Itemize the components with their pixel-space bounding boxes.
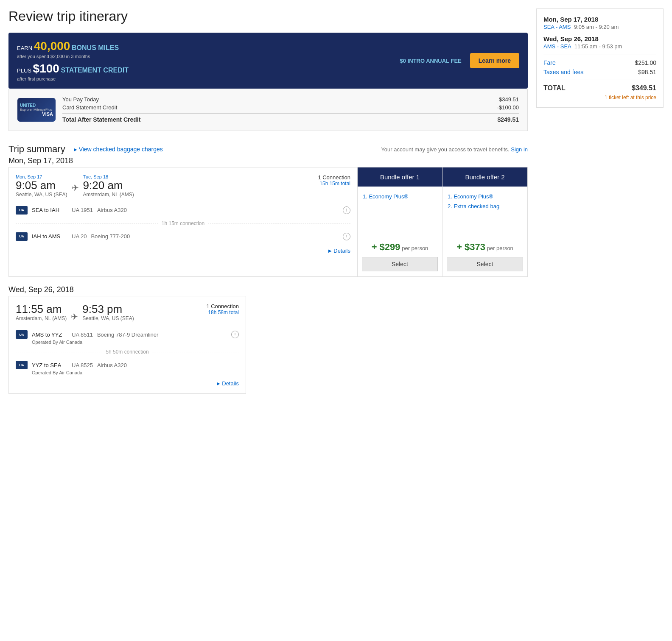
day2-leg2-flight: UA 8525 <box>72 362 93 368</box>
day2-duration: 18h 58m total <box>206 309 239 315</box>
leg2-flight: UA 20 <box>72 233 87 240</box>
sidebar-flight2-date: Wed, Sep 26, 2018 <box>543 35 656 42</box>
connection1-time: 1h 15m connection <box>162 220 204 226</box>
leg2-aircraft: Boeing 777-200 <box>91 233 339 240</box>
price-summary-box: Mon, Sep 17, 2018 SEA - AMS 9:05 am - 9:… <box>536 8 664 108</box>
sidebar-flight2-times: 11:55 am - 9:53 pm <box>574 43 622 50</box>
taxes-row: Taxes and fees $98.51 <box>543 69 656 75</box>
bundle1-features: 1. Economy Plus® <box>358 187 442 237</box>
total-amount: $349.51 <box>632 84 656 92</box>
leg2-icon: UA <box>16 232 28 241</box>
sidebar-flight1-date: Mon, Sep 17, 2018 <box>543 16 656 23</box>
sidebar-flight1: Mon, Sep 17, 2018 SEA - AMS 9:05 am - 9:… <box>543 16 656 30</box>
day2-leg1-aircraft: Boeing 787-9 Dreamliner <box>97 332 227 338</box>
bundle2-select-button[interactable]: Select <box>447 257 523 271</box>
bundle1-price-amount: + $299 <box>372 242 400 252</box>
annual-fee: $0 INTRO ANNUAL FEE <box>400 58 462 64</box>
price-divider2 <box>543 80 656 80</box>
day2-flight-times: 11:55 am Amsterdam, NL (AMS) ✈ 9:53 pm S… <box>16 303 239 322</box>
taxes-label: Taxes and fees <box>543 69 583 75</box>
bundle2-price: + $373 per person <box>442 237 527 257</box>
day2-connection-divider: 5h 50m connection <box>16 346 239 357</box>
miles-sub: after you spend $2,000 in 3 months <box>17 54 90 59</box>
leg1-aircraft: Airbus A320 <box>97 207 339 213</box>
sidebar-flight1-route: SEA - AMS 9:05 am - 9:20 am <box>543 24 656 30</box>
arrive-time: 9:20 am <box>83 179 134 192</box>
sidebar-flight2-route: AMS - SEA 11:55 am - 9:53 pm <box>543 43 656 50</box>
leg1-icon: UA <box>16 206 28 215</box>
bundle2-feature2: 2. Extra checked bag <box>448 203 522 209</box>
total-after-credit-row: Total After Statement Credit $249.51 <box>62 113 519 124</box>
arrive-location: Amsterdam, NL (AMS) <box>83 192 134 198</box>
bundle1-feature1: 1. Economy Plus® <box>363 193 437 200</box>
bundle2-header: Bundle offer 2 <box>442 167 527 187</box>
connection1-divider: 1h 15m connection <box>16 218 350 229</box>
miles-number: 40,000 <box>34 39 70 53</box>
day2-arrive-location: Seattle, WA, US (SEA) <box>82 315 134 321</box>
day2-details-link[interactable]: Details <box>16 380 239 387</box>
day2-arrive-block: 9:53 pm Seattle, WA, US (SEA) <box>82 303 134 321</box>
card-brand: UNITED <box>20 103 53 108</box>
total-after-credit-label: Total After Statement Credit <box>62 116 140 123</box>
you-pay-row: You Pay Today $349.51 <box>62 95 519 103</box>
leg1-route: SEA to IAH <box>32 207 66 213</box>
arrive-block: Tue, Sep 18 9:20 am Amsterdam, NL (AMS) <box>83 174 134 198</box>
bundle2-price-amount: + $373 <box>456 242 485 252</box>
day2-leg1-operated: Operated By Air Canada <box>32 340 239 346</box>
card-visa: VISA <box>20 111 53 117</box>
bonus-label: BONUS MILES <box>72 44 119 51</box>
leg2-info-icon[interactable]: ! <box>343 233 350 240</box>
day2-leg1-icon: UA <box>16 330 28 339</box>
leg2-route: IAH to AMS <box>32 233 66 240</box>
day2-depart-block: 11:55 am Amsterdam, NL (AMS) <box>16 303 67 321</box>
fare-label: Fare <box>543 59 556 66</box>
credit-sub: after first purchase <box>17 76 56 81</box>
sidebar-flight2: Wed, Sep 26, 2018 AMS - SEA 11:55 am - 9… <box>543 35 656 50</box>
total-row: TOTAL $349.51 <box>543 84 656 92</box>
taxes-amount: $98.51 <box>638 69 656 75</box>
leg1-row: UA SEA to IAH UA 1951 Airbus A320 ! <box>16 203 350 218</box>
you-pay-amount: $349.51 <box>499 96 519 103</box>
depart-location: Seattle, WA, US (SEA) <box>16 192 67 198</box>
bundle2-features: 1. Economy Plus® 2. Extra checked bag <box>442 187 527 237</box>
day1-details-link[interactable]: Details <box>16 248 350 254</box>
day2-header: Wed, Sep 26, 2018 <box>8 285 74 294</box>
bundle1-per-person: per person <box>402 245 428 251</box>
day2-leg1-info-icon[interactable]: ! <box>231 331 239 338</box>
promo-banner: EARN 40,000 BONUS MILES after you spend … <box>8 33 528 89</box>
bundle1-select-button[interactable]: Select <box>362 257 438 271</box>
total-label: TOTAL <box>543 84 566 92</box>
statement-credit-row: Card Statement Credit -$100.00 <box>62 103 519 111</box>
day2-depart-location: Amsterdam, NL (AMS) <box>16 315 67 321</box>
day1-flight-section: Mon, Sep 17 9:05 am Seattle, WA, US (SEA… <box>8 167 528 277</box>
trip-summary-header: Trip summary View checked baggage charge… <box>8 139 528 155</box>
account-benefits: Your account may give you access to trav… <box>381 146 528 153</box>
day2-leg2-operated: Operated By Air Canada <box>32 370 239 377</box>
flight-meta: 1 Connection 15h 15m total <box>318 174 350 187</box>
day2-connections: 1 Connection <box>206 303 239 309</box>
bundle2-per-person: per person <box>487 245 513 251</box>
day2-flight-section: 11:55 am Amsterdam, NL (AMS) ✈ 9:53 pm S… <box>8 296 246 394</box>
day2-flight-info: 11:55 am Amsterdam, NL (AMS) ✈ 9:53 pm S… <box>9 296 246 393</box>
sign-in-link[interactable]: Sign in <box>511 146 528 153</box>
trip-summary-title: Trip summary <box>8 144 65 155</box>
view-baggage-link[interactable]: View checked baggage charges <box>74 146 163 153</box>
card-image: UNITED Explorer MileagePlus VISA <box>17 98 56 122</box>
day2-leg2-icon: UA <box>16 361 28 369</box>
bundle2-feature1: 1. Economy Plus® <box>448 193 522 200</box>
card-offer-section: UNITED Explorer MileagePlus VISA You Pay… <box>8 89 528 131</box>
credit-amount: $100 <box>33 62 59 75</box>
fare-row: Fare $251.00 <box>543 59 656 66</box>
leg2-row: UA IAH to AMS UA 20 Boeing 777-200 ! <box>16 229 350 244</box>
leg1-info-icon[interactable]: ! <box>343 206 350 214</box>
day2-leg1-flight: UA 8511 <box>72 332 93 338</box>
learn-more-button[interactable]: Learn more <box>470 53 519 68</box>
you-pay-label: You Pay Today <box>62 96 99 103</box>
depart-time: 9:05 am <box>16 179 67 192</box>
flight-times: Mon, Sep 17 9:05 am Seattle, WA, US (SEA… <box>16 174 350 198</box>
plus-label: PLUS <box>17 67 31 74</box>
day1-section: Mon, Sep 17, 2018 Compare offers Mon, Se… <box>8 156 528 277</box>
day2-section: Wed, Sep 26, 2018 11:55 am Amsterdam, NL… <box>8 285 528 394</box>
price-divider1 <box>543 55 656 55</box>
ticket-remaining: 1 ticket left at this price <box>543 95 656 100</box>
